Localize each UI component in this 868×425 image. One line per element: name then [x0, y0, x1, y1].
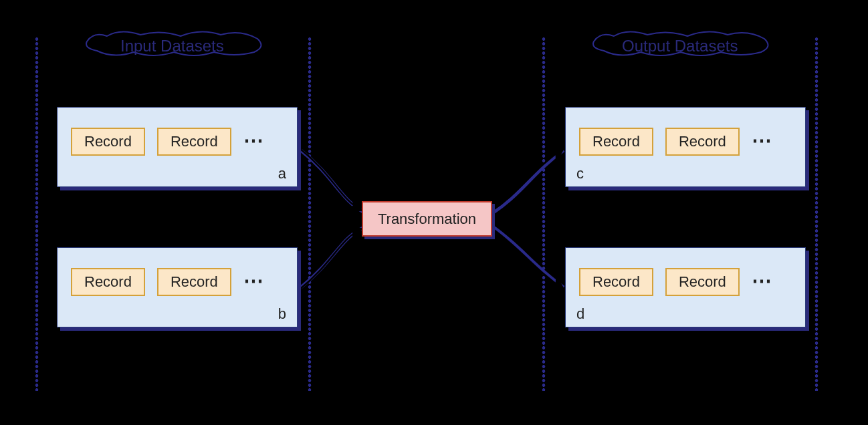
- record-box: Record: [579, 128, 653, 156]
- record-box: Record: [665, 128, 740, 156]
- record-box: Record: [157, 268, 231, 296]
- dataset-box-b: Record Record ⋯ b: [57, 247, 298, 327]
- dataset-box-a: Record Record ⋯ a: [57, 107, 298, 187]
- dataset-box-d: Record Record ⋯ d: [565, 247, 806, 327]
- group-boundary-line: [35, 37, 39, 391]
- ellipsis-icon: ⋯: [243, 128, 265, 156]
- ellipsis-icon: ⋯: [243, 269, 265, 296]
- input-datasets-title: Input Datasets: [120, 37, 224, 55]
- group-boundary-line: [308, 37, 312, 391]
- ellipsis-icon: ⋯: [752, 128, 773, 156]
- dataset-label: d: [576, 305, 584, 323]
- dataset-label: b: [278, 305, 286, 323]
- group-boundary-line: [542, 37, 546, 391]
- record-box: Record: [157, 128, 231, 156]
- record-box: Record: [579, 268, 653, 296]
- ellipsis-icon: ⋯: [752, 269, 773, 296]
- record-box: Record: [71, 268, 145, 296]
- transformation-node: Transformation: [362, 201, 492, 237]
- group-boundary-line: [815, 37, 819, 391]
- dataset-box-c: Record Record ⋯ c: [565, 107, 806, 187]
- record-box: Record: [71, 128, 145, 156]
- record-box: Record: [665, 268, 740, 296]
- dataset-label: a: [278, 165, 286, 182]
- output-datasets-title: Output Datasets: [622, 37, 738, 55]
- dataset-label: c: [576, 165, 584, 182]
